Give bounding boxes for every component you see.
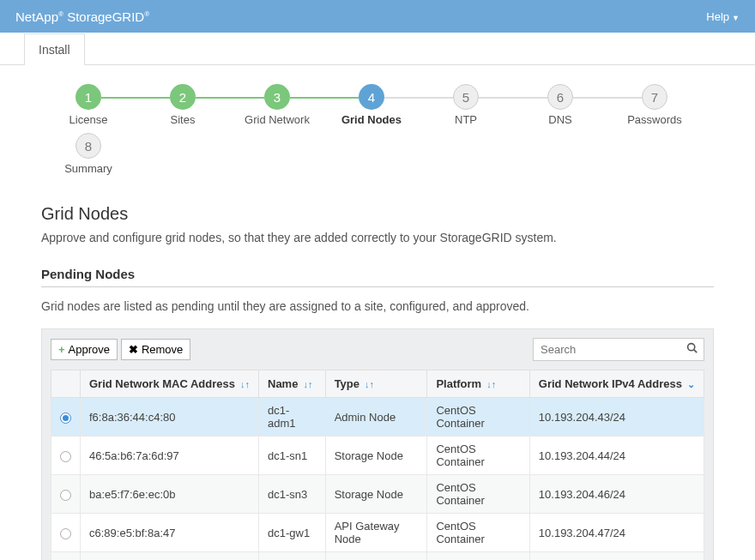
cell-platform: CentOS Container [427,437,529,475]
col-mac[interactable]: Grid Network MAC Address↓↑ [81,370,259,398]
cell-select[interactable] [51,437,81,475]
col-platform-label: Platform [436,377,481,390]
cell-select[interactable] [51,552,81,561]
stepper: 1License2Sites3Grid Network4Grid Nodes5N… [41,84,714,182]
step-label: Grid Nodes [324,113,419,126]
cell-mac: ba:e5:f7:6e:ec:0b [81,475,259,514]
cell-select[interactable] [51,398,81,437]
table-row[interactable]: f6:8a:36:44:c4:80dc1-adm1Admin NodeCentO… [51,398,704,437]
plus-icon: + [58,343,65,356]
tab-install[interactable]: Install [24,33,85,65]
step-label: Sites [136,113,230,126]
cell-name: dc1-gw1 [259,514,326,552]
cell-ipv4: 10.193.204.98/24 [529,552,704,561]
step-sites[interactable]: 2Sites [136,84,230,126]
table-row[interactable]: 46:5a:b6:7a:6d:97dc1-sn1Storage NodeCent… [51,437,704,475]
step-label: Summary [41,162,136,175]
approve-button[interactable]: + Approve [51,339,118,360]
cell-ipv4: 10.193.204.47/24 [529,514,704,552]
chevron-down-icon: ⌄ [687,379,695,389]
page-desc: Approve and configure grid nodes, so tha… [41,231,714,244]
col-select [51,370,81,398]
help-label: Help [706,10,729,23]
col-ipv4[interactable]: Grid Network IPv4 Address⌄ [529,370,704,398]
cell-platform: CentOS Container [427,398,529,437]
table-row[interactable]: c6:89:e5:bf:8a:47dc1-gw1API Gateway Node… [51,514,704,552]
table-header-row: Grid Network MAC Address↓↑ Name↓↑ Type↓↑… [51,370,704,398]
caret-down-icon: ▼ [732,14,740,22]
help-menu[interactable]: Help▼ [706,10,740,23]
table-row[interactable]: fe:91:ad:e1:46:c0dc1-gw2API Gateway Node… [51,552,704,561]
tab-label: Install [39,43,70,57]
step-grid-nodes[interactable]: 4Grid Nodes [324,84,419,126]
reg-icon: ® [144,10,149,18]
sort-icon: ↓↑ [365,379,374,389]
step-number: 6 [547,84,573,110]
col-name[interactable]: Name↓↑ [259,370,326,398]
step-connector [479,97,547,99]
step-label: Grid Network [230,113,324,126]
step-connector [573,97,642,99]
brand-netapp: NetApp [15,9,58,24]
step-label: NTP [419,113,513,126]
cell-name: dc1-sn3 [259,475,326,514]
step-number: 8 [76,133,101,159]
table-row[interactable]: ba:e5:f7:6e:ec:0bdc1-sn3Storage NodeCent… [51,475,704,514]
radio-icon[interactable] [60,528,71,539]
col-name-label: Name [268,377,298,390]
col-type[interactable]: Type↓↑ [325,370,427,398]
pending-nodes-desc: Grid nodes are listed as pending until t… [41,299,714,313]
x-icon: ✖ [129,343,138,356]
cell-mac: c6:89:e5:bf:8a:47 [81,514,259,552]
cell-select[interactable] [51,514,81,552]
step-grid-network[interactable]: 3Grid Network [230,84,324,126]
cell-platform: CentOS Container [427,514,529,552]
step-dns[interactable]: 6DNS [513,84,607,126]
cell-type: Admin Node [325,398,427,437]
col-ipv4-label: Grid Network IPv4 Address [539,377,682,390]
cell-type: API Gateway Node [325,514,427,552]
step-number: 4 [359,84,384,110]
cell-ipv4: 10.193.204.46/24 [529,475,704,514]
step-connector [196,97,264,99]
step-passwords[interactable]: 7Passwords [607,84,702,126]
tabbar: Install [0,33,755,65]
sort-icon: ↓↑ [240,379,250,389]
cell-name: dc1-adm1 [259,398,326,437]
brand: NetApp® StorageGRID® [15,9,149,24]
step-label: License [41,113,136,126]
radio-icon[interactable] [60,412,71,424]
radio-icon[interactable] [60,451,71,462]
cell-mac: f6:8a:36:44:c4:80 [81,398,259,437]
step-connector [384,97,453,99]
nodes-table: Grid Network MAC Address↓↑ Name↓↑ Type↓↑… [51,370,704,560]
cell-ipv4: 10.193.204.43/24 [529,398,704,437]
step-number: 7 [642,84,667,110]
search-wrap [533,338,704,361]
col-platform[interactable]: Platform↓↑ [427,370,529,398]
table-body: f6:8a:36:44:c4:80dc1-adm1Admin NodeCentO… [51,398,704,561]
step-summary[interactable]: 8Summary [41,133,136,175]
step-license[interactable]: 1License [41,84,136,126]
search-input[interactable] [533,338,704,361]
step-number: 3 [264,84,290,110]
brand-storagegrid: StorageGRID [67,9,144,24]
page-title: Grid Nodes [41,204,714,224]
cell-select[interactable] [51,475,81,514]
radio-icon[interactable] [60,490,71,501]
svg-line-1 [694,350,697,352]
cell-type: API Gateway Node [325,552,427,561]
cell-type: Storage Node [325,475,427,514]
search-icon[interactable] [686,342,698,356]
col-mac-label: Grid Network MAC Address [89,377,235,390]
step-number: 2 [170,84,196,110]
step-ntp[interactable]: 5NTP [419,84,513,126]
cell-mac: 46:5a:b6:7a:6d:97 [81,437,259,475]
topbar: NetApp® StorageGRID® Help▼ [0,0,755,33]
approve-label: Approve [69,343,110,356]
cell-type: Storage Node [325,437,427,475]
remove-button[interactable]: ✖ Remove [121,339,190,360]
step-label: DNS [513,113,607,126]
cell-name: dc1-sn1 [259,437,326,475]
toolbar-left: + Approve ✖ Remove [51,339,190,360]
